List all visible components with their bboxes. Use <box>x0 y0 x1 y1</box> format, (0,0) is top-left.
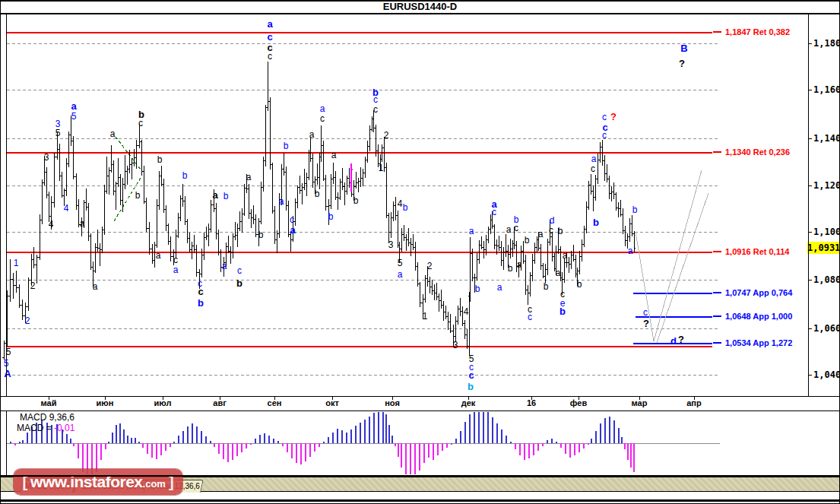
wave-label: a <box>279 197 284 206</box>
level-dash <box>713 342 721 344</box>
plot-left-axis <box>6 14 7 396</box>
macd-value-row: MACD = -0,01 <box>17 423 74 433</box>
wave-label: b <box>198 298 204 308</box>
wave-label: b <box>508 264 513 273</box>
wave-label: a <box>246 173 252 182</box>
x-axis-month: авг <box>203 398 236 407</box>
wave-label: b <box>577 280 582 289</box>
wave-label: a <box>173 265 179 274</box>
level-text: 1,1847 Ret 0,382 <box>725 27 790 36</box>
wave-label: c <box>468 370 474 380</box>
wave-label: b <box>632 205 638 214</box>
wave-label: a <box>156 251 161 260</box>
wave-label: b <box>593 217 599 227</box>
fib-level-label: 1,0534 App 1,272 <box>713 338 792 347</box>
wave-label: a <box>538 230 544 239</box>
highlighted-bar <box>351 163 353 192</box>
wave-label: a <box>556 268 561 277</box>
x-axis-month: дек <box>452 398 485 407</box>
y-axis-label: 1,1400 <box>813 133 840 144</box>
wave-label: c <box>602 131 607 140</box>
wave-label: a <box>628 246 633 255</box>
wave-label: a <box>497 283 502 292</box>
wave-label: 4 <box>49 220 54 229</box>
wave-label: 3 <box>388 240 394 249</box>
level-text: 1,0916 Ret 0,114 <box>725 247 789 256</box>
wave-label: a <box>506 225 512 234</box>
wave-label: a <box>309 130 315 139</box>
wave-label: c <box>138 119 143 128</box>
wave-label: d <box>550 216 555 225</box>
wave-label: 2 <box>384 131 389 140</box>
chart-window: EURUSD1440-D 1,18001,16001,14001,12001,1… <box>0 0 840 504</box>
title-separator <box>0 13 840 14</box>
wave-label: c <box>173 255 178 265</box>
wave-label: 2 <box>25 316 30 325</box>
wave-label: c <box>528 312 532 322</box>
wave-label: a <box>320 104 325 113</box>
wave-label: 2 <box>427 262 433 271</box>
border-top <box>0 0 840 2</box>
wave-label: c <box>290 215 294 224</box>
wave-label: 5 <box>398 258 403 268</box>
wave-label: B <box>680 43 687 53</box>
wave-label: a <box>398 270 403 279</box>
wave-label: 5 <box>55 128 61 138</box>
level-dash <box>713 292 721 293</box>
gridlines <box>7 43 719 375</box>
wave-label: c <box>237 266 242 275</box>
fib-level-label: 1,1847 Ret 0,382 <box>713 27 790 36</box>
level-dash <box>713 31 721 33</box>
y-axis-label: 1,1600 <box>813 84 840 95</box>
wave-label: b <box>258 230 264 239</box>
x-axis-month: мар <box>623 398 656 407</box>
x-axis-month: 16 <box>515 398 548 407</box>
fib-level-label: 1,1340 Ret 0,236 <box>713 147 790 157</box>
wave-label: a <box>71 101 76 111</box>
y-axis-label: 1,1800 <box>813 38 840 49</box>
current-price-tag: 1,0931 <box>807 242 840 254</box>
macd-value: -0,01 <box>54 423 74 433</box>
wave-label: b <box>182 171 188 180</box>
wave-label: a <box>212 190 217 200</box>
wave-label: 1 <box>379 163 384 173</box>
wave-label: ? <box>678 334 684 344</box>
y-axis-label: 1,0800 <box>813 274 840 285</box>
wave-label: b <box>468 382 474 391</box>
instaforex-logo[interactable]: [www.instaforex.com] <box>14 469 182 495</box>
x-axis-month: июн <box>88 398 122 407</box>
macd-histogram <box>6 412 720 474</box>
wave-label: b <box>558 227 563 236</box>
wave-label: a <box>93 282 98 291</box>
price-axis-line <box>808 14 809 396</box>
wave-label: b <box>157 155 163 164</box>
wave-label: b <box>135 191 141 200</box>
wave-label: b <box>236 278 242 288</box>
wave-label: c <box>591 164 595 173</box>
macd-value-label: MACD = <box>17 423 54 433</box>
macd-bottom-border <box>0 475 840 477</box>
logo-tld: .com <box>143 478 166 490</box>
wave-label: a <box>110 129 116 138</box>
wave-label: a <box>331 151 337 160</box>
wave-label: 1 <box>14 258 19 268</box>
level-dash <box>713 251 721 252</box>
wave-label: c <box>514 223 518 233</box>
x-axis-month: апр <box>677 398 711 407</box>
macd-title: MACD 9,36,6 <box>20 412 74 423</box>
wave-label: 1 <box>423 312 428 321</box>
wave-label: a <box>469 227 474 236</box>
wave-label: b <box>475 284 480 293</box>
level-text: 1,0534 App 1,272 <box>725 338 792 347</box>
plot-bottom-border <box>0 396 840 397</box>
wave-label: d <box>670 336 677 346</box>
fib-level-label: 1,0916 Ret 0,114 <box>713 247 789 256</box>
wave-label: a <box>563 251 568 260</box>
y-axis-label: 1,1000 <box>813 227 840 237</box>
wave-label: ? <box>679 59 685 68</box>
wave-label: c <box>267 32 272 42</box>
border-left <box>0 0 1 504</box>
fib-level-label: 1,0747 App 0,764 <box>713 288 792 297</box>
wave-label: 2 <box>30 281 36 290</box>
wave-label: b <box>223 192 229 201</box>
